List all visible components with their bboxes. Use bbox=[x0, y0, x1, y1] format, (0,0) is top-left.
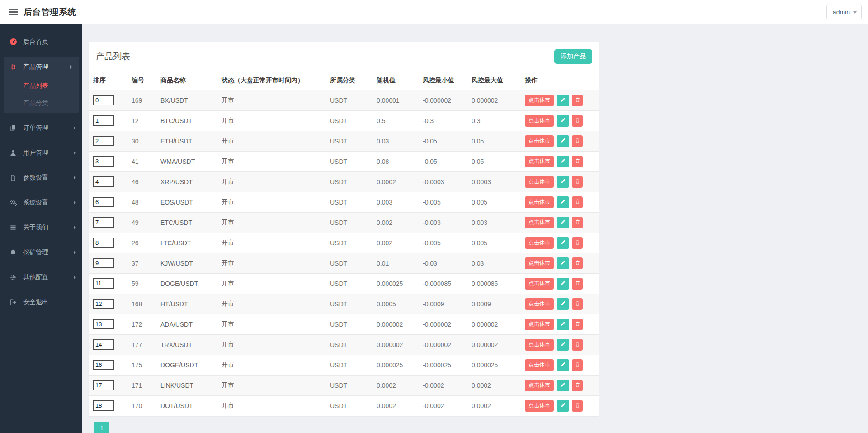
close-market-button[interactable]: 点击休市 bbox=[525, 319, 554, 330]
edit-button[interactable] bbox=[557, 156, 569, 167]
edit-button[interactable] bbox=[557, 359, 569, 371]
sort-input[interactable] bbox=[93, 115, 114, 126]
product-name: TRX/USDT bbox=[156, 334, 217, 355]
close-market-button[interactable]: 点击休市 bbox=[525, 257, 554, 269]
product-id: 41 bbox=[127, 151, 156, 171]
product-category: USDT bbox=[326, 355, 372, 375]
product-category: USDT bbox=[326, 212, 372, 233]
close-market-button[interactable]: 点击休市 bbox=[525, 380, 554, 391]
delete-button[interactable] bbox=[572, 196, 583, 208]
sort-input[interactable] bbox=[93, 238, 114, 248]
sort-input[interactable] bbox=[93, 258, 114, 268]
risk-max-value: 0.000085 bbox=[467, 273, 520, 294]
sort-input[interactable] bbox=[93, 360, 114, 370]
close-market-button[interactable]: 点击休市 bbox=[525, 339, 554, 351]
edit-button[interactable] bbox=[557, 115, 569, 127]
delete-button[interactable] bbox=[572, 339, 583, 351]
close-market-button[interactable]: 点击休市 bbox=[525, 237, 554, 249]
edit-button[interactable] bbox=[557, 339, 569, 351]
close-market-button[interactable]: 点击休市 bbox=[525, 95, 554, 106]
delete-button[interactable] bbox=[572, 95, 583, 106]
sidebar-item-logout[interactable]: 安全退出 bbox=[0, 292, 82, 312]
edit-button[interactable] bbox=[557, 400, 569, 412]
edit-button[interactable] bbox=[557, 135, 569, 147]
close-market-button[interactable]: 点击休市 bbox=[525, 278, 554, 290]
sort-input[interactable] bbox=[93, 156, 114, 167]
edit-button[interactable] bbox=[557, 319, 569, 330]
sort-input[interactable] bbox=[93, 299, 114, 309]
sort-input[interactable] bbox=[93, 339, 114, 350]
edit-button[interactable] bbox=[557, 217, 569, 228]
sidebar-item-product-manage[interactable]: 产品管理 bbox=[4, 57, 79, 77]
sidebar-item-system-settings[interactable]: 系统设置 bbox=[0, 192, 82, 213]
delete-button[interactable] bbox=[572, 298, 583, 310]
sort-input[interactable] bbox=[93, 95, 114, 105]
sort-input[interactable] bbox=[93, 380, 114, 390]
sort-input[interactable] bbox=[93, 217, 114, 228]
delete-button[interactable] bbox=[572, 278, 583, 290]
pagination-page-1[interactable]: 1 bbox=[94, 422, 109, 433]
sidebar-item-about-us[interactable]: 关于我们 bbox=[0, 217, 82, 238]
delete-button[interactable] bbox=[572, 257, 583, 269]
random-value: 0.00001 bbox=[372, 90, 418, 110]
add-product-button[interactable]: 添加产品 bbox=[554, 49, 592, 64]
table-row: 26LTC/USDT开市USDT0.002-0.0050.005点击休市 bbox=[89, 233, 599, 253]
delete-button[interactable] bbox=[572, 359, 583, 371]
product-status: 开市 bbox=[217, 395, 326, 416]
edit-button[interactable] bbox=[557, 95, 569, 106]
delete-button[interactable] bbox=[572, 400, 583, 412]
edit-button[interactable] bbox=[557, 237, 569, 249]
admin-dropdown[interactable]: admin bbox=[826, 5, 862, 19]
sidebar-item-mining-manage[interactable]: 挖矿管理 bbox=[0, 242, 82, 262]
close-market-button[interactable]: 点击休市 bbox=[525, 217, 554, 228]
close-market-button[interactable]: 点击休市 bbox=[525, 196, 554, 208]
delete-button[interactable] bbox=[572, 319, 583, 330]
close-market-button[interactable]: 点击休市 bbox=[525, 115, 554, 127]
sidebar-item-order-manage[interactable]: 订单管理 bbox=[0, 118, 82, 138]
delete-button[interactable] bbox=[572, 237, 583, 249]
sort-input[interactable] bbox=[93, 278, 114, 289]
close-market-button[interactable]: 点击休市 bbox=[525, 400, 554, 412]
sort-input[interactable] bbox=[93, 136, 114, 146]
delete-button[interactable] bbox=[572, 156, 583, 167]
close-market-button[interactable]: 点击休市 bbox=[525, 176, 554, 188]
close-market-button[interactable]: 点击休市 bbox=[525, 156, 554, 167]
delete-button[interactable] bbox=[572, 176, 583, 188]
product-name: LINK/USDT bbox=[156, 375, 217, 395]
close-market-button[interactable]: 点击休市 bbox=[525, 359, 554, 371]
sidebar-item-param-settings[interactable]: 参数设置 bbox=[0, 167, 82, 188]
random-value: 0.000002 bbox=[372, 314, 418, 334]
edit-button[interactable] bbox=[557, 176, 569, 188]
sidebar-item-home[interactable]: 后台首页 bbox=[0, 32, 82, 52]
top-header: 后台管理系统 admin bbox=[0, 0, 868, 24]
bell-icon bbox=[9, 248, 17, 257]
risk-max-value: 0.005 bbox=[467, 192, 520, 212]
sidebar-item-user-manage[interactable]: 用户管理 bbox=[0, 143, 82, 163]
caret-right-icon bbox=[74, 226, 76, 229]
product-name: ETH/USDT bbox=[156, 131, 217, 151]
sidebar-item-other-config[interactable]: 其他配置 bbox=[0, 267, 82, 287]
close-market-button[interactable]: 点击休市 bbox=[525, 298, 554, 310]
edit-button[interactable] bbox=[557, 196, 569, 208]
risk-min-value: -0.0002 bbox=[418, 395, 467, 416]
edit-button[interactable] bbox=[557, 278, 569, 290]
delete-button[interactable] bbox=[572, 115, 583, 127]
delete-button[interactable] bbox=[572, 380, 583, 391]
table-row: 169BX/USDT开市USDT0.00001-0.0000020.000002… bbox=[89, 90, 599, 110]
edit-button[interactable] bbox=[557, 298, 569, 310]
edit-button[interactable] bbox=[557, 380, 569, 391]
delete-button[interactable] bbox=[572, 135, 583, 147]
sidebar-subitem-product-category[interactable]: 产品分类 bbox=[4, 94, 79, 111]
delete-button[interactable] bbox=[572, 217, 583, 228]
risk-min-value: -0.005 bbox=[418, 233, 467, 253]
product-category: USDT bbox=[326, 294, 372, 314]
sort-input[interactable] bbox=[93, 400, 114, 411]
edit-button[interactable] bbox=[557, 257, 569, 269]
sort-input[interactable] bbox=[93, 176, 114, 187]
sort-input[interactable] bbox=[93, 197, 114, 207]
close-market-button[interactable]: 点击休市 bbox=[525, 135, 554, 147]
sidebar-subitem-product-list[interactable]: 产品列表 bbox=[4, 77, 79, 94]
menu-toggle-icon[interactable] bbox=[9, 9, 18, 15]
sort-input[interactable] bbox=[93, 319, 114, 329]
risk-max-value: 0.03 bbox=[467, 253, 520, 273]
